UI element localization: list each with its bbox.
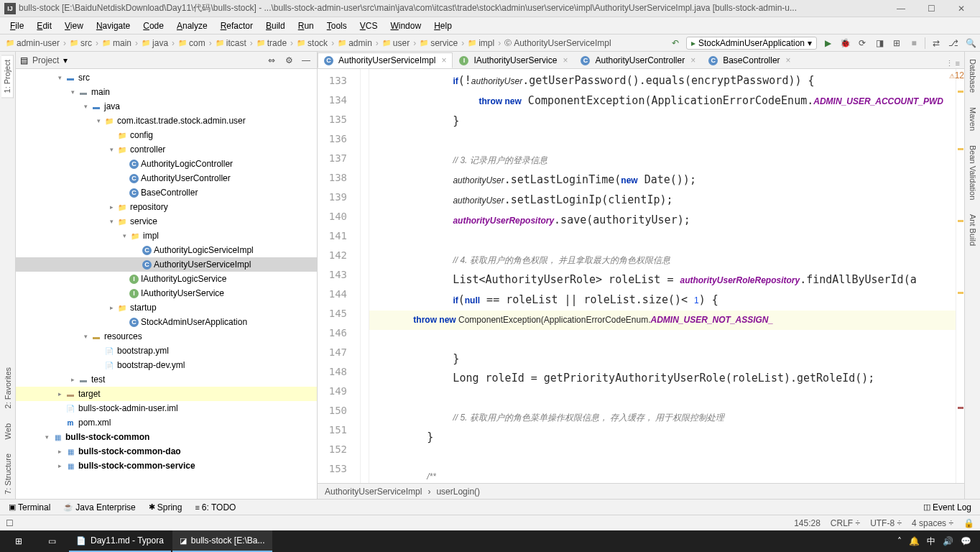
breadcrumb-item[interactable]: 📁trade xyxy=(254,38,290,48)
close-icon[interactable]: × xyxy=(563,55,568,65)
tree-node[interactable]: ▾📁impl xyxy=(16,229,317,243)
hide-icon[interactable]: — xyxy=(300,54,313,67)
breadcrumb-item[interactable]: 📁java xyxy=(139,38,171,48)
update-icon[interactable]: ⇄ xyxy=(930,37,943,50)
tree-node[interactable]: CAuthorityUserController xyxy=(16,171,317,185)
event-log-button[interactable]: ◫ Event Log xyxy=(917,501,977,514)
tool-todo[interactable]: ≡ 6: TODO xyxy=(189,501,241,514)
tool-ant-build[interactable]: Ant Build xyxy=(967,210,979,250)
file-encoding[interactable]: UTF-8 ÷ xyxy=(870,518,902,528)
menu-help[interactable]: Help xyxy=(428,19,458,32)
tree-node[interactable]: ▸📁startup xyxy=(16,300,317,315)
attach-icon[interactable]: ⊞ xyxy=(890,37,903,50)
error-stripe[interactable]: ⚠12 xyxy=(956,69,964,483)
tool-favorites[interactable]: 2: Favorites xyxy=(2,363,14,413)
tree-node[interactable]: ▾▬java xyxy=(16,99,317,114)
tabs-more-icon[interactable]: ⋮ ≡ xyxy=(941,59,964,68)
close-icon[interactable]: × xyxy=(441,55,446,65)
tree-node[interactable]: CAuthorityUserServiceImpl xyxy=(16,257,317,272)
status-icon[interactable]: ☐ xyxy=(6,518,14,528)
tree-node[interactable]: ▾▦bulls-stock-common xyxy=(16,430,317,444)
tool-terminal[interactable]: ▣ Terminal xyxy=(3,501,56,514)
menu-analyze[interactable]: Analyze xyxy=(171,19,213,32)
breadcrumb-item[interactable]: 📁stock xyxy=(294,38,330,48)
menu-code[interactable]: Code xyxy=(137,19,170,32)
menu-window[interactable]: Window xyxy=(384,19,427,32)
fold-gutter[interactable] xyxy=(361,69,369,483)
menu-build[interactable]: Build xyxy=(260,19,291,32)
editor-tab[interactable]: CAuthorityUserServiceImpl× xyxy=(318,52,453,68)
breadcrumb-item[interactable]: 📁itcast xyxy=(213,38,249,48)
editor-tab[interactable]: CAuthorityUserController× xyxy=(574,52,702,68)
breadcrumb-method[interactable]: userLogin() xyxy=(436,487,480,497)
cursor-position[interactable]: 145:28 xyxy=(794,518,820,528)
tree-node[interactable]: ▾▬resources xyxy=(16,329,317,344)
tree-node[interactable]: IIAuthorityUserService xyxy=(16,286,317,300)
breadcrumb-item[interactable]: 📁service xyxy=(417,38,461,48)
close-icon[interactable]: × xyxy=(690,55,695,65)
tree-node[interactable]: ▸▦bulls-stock-common-dao xyxy=(16,444,317,459)
tree-node[interactable]: 📄bootstrap.yml xyxy=(16,344,317,358)
close-icon[interactable]: × xyxy=(786,55,791,65)
tree-node[interactable]: CAuthorityLogicController xyxy=(16,157,317,171)
tree-node[interactable]: 📄bootstrap-dev.yml xyxy=(16,358,317,372)
taskbar-app-intellij[interactable]: ◪ bulls-stock [E:\Ba... xyxy=(172,530,272,552)
breadcrumb-item[interactable]: ⒸAuthorityUserServiceImpl xyxy=(501,38,614,48)
tool-java-enterprise[interactable]: ☕ Java Enterprise xyxy=(57,501,141,514)
nav-back-icon[interactable]: ↶ xyxy=(669,37,682,50)
tree-node[interactable]: ▾📁controller xyxy=(16,142,317,157)
code-editor[interactable]: if(!authorityUser.getUserPassword().equa… xyxy=(369,69,956,483)
start-button[interactable]: ⊞ xyxy=(3,530,34,552)
maximize-button[interactable]: ☐ xyxy=(917,1,946,16)
tree-node[interactable]: ▾📁service xyxy=(16,214,317,229)
tree-node[interactable]: ▾▬main xyxy=(16,85,317,99)
breadcrumb-item[interactable]: 📁src xyxy=(67,38,95,48)
tree-node[interactable]: ▸▬test xyxy=(16,372,317,387)
task-view-button[interactable]: ▭ xyxy=(36,530,68,552)
tray-notification-icon[interactable]: 🔔 xyxy=(909,536,920,546)
tool-web[interactable]: Web xyxy=(2,419,14,443)
tray-ime-icon[interactable]: 中 xyxy=(927,535,935,548)
tool-project[interactable]: 1: Project xyxy=(1,55,14,98)
breadcrumb-class[interactable]: AuthorityUserServiceImpl xyxy=(325,487,422,497)
menu-vcs[interactable]: VCS xyxy=(354,19,384,32)
menu-tools[interactable]: Tools xyxy=(321,19,353,32)
menu-run[interactable]: Run xyxy=(292,19,320,32)
tree-node[interactable]: ▾📁com.itcast.trade.stock.admin.user xyxy=(16,114,317,128)
tree-node[interactable]: IIAuthorityLogicService xyxy=(16,272,317,286)
menu-file[interactable]: File xyxy=(4,19,29,32)
debug-button[interactable]: 🐞 xyxy=(838,37,851,50)
tool-spring[interactable]: ✱ Spring xyxy=(143,501,188,514)
menu-refactor[interactable]: Refactor xyxy=(215,19,259,32)
taskbar-app-typora[interactable]: 📄 Day11.md - Typora xyxy=(69,530,171,552)
tree-node[interactable]: 📄bulls-stock-admin-user.iml xyxy=(16,401,317,415)
tray-action-center-icon[interactable]: 💬 xyxy=(961,536,971,546)
tray-chevron-icon[interactable]: ˄ xyxy=(897,536,902,546)
menu-navigate[interactable]: Navigate xyxy=(91,19,136,32)
breadcrumb-item[interactable]: 📁admin xyxy=(335,38,375,48)
tree-node[interactable]: CStockAdminUserApplication xyxy=(16,315,317,329)
profile-icon[interactable]: ◨ xyxy=(873,37,886,50)
tree-node[interactable]: ▸▬target xyxy=(16,387,317,401)
lock-icon[interactable]: 🔒 xyxy=(963,518,974,528)
tree-node[interactable]: CBaseController xyxy=(16,185,317,200)
problems-badge[interactable]: ⚠12 xyxy=(949,70,964,80)
tree-node[interactable]: ▸📁repository xyxy=(16,200,317,214)
run-coverage-icon[interactable]: ⟳ xyxy=(856,37,869,50)
tree-node[interactable]: 📁config xyxy=(16,128,317,142)
tree-node[interactable]: mpom.xml xyxy=(16,415,317,430)
search-icon[interactable]: 🔍 xyxy=(964,37,977,50)
tree-node[interactable]: CAuthorityLogicServiceImpl xyxy=(16,243,317,257)
chevron-down-icon[interactable]: ▾ xyxy=(63,55,68,65)
editor-tab[interactable]: IIAuthorityUserService× xyxy=(453,52,574,68)
collapse-icon[interactable]: ⇔ xyxy=(265,54,278,67)
indent-setting[interactable]: 4 spaces ÷ xyxy=(912,518,953,528)
breadcrumb-item[interactable]: 📁main xyxy=(99,38,134,48)
stop-button[interactable]: ■ xyxy=(907,37,920,50)
menu-edit[interactable]: Edit xyxy=(31,19,57,32)
run-configuration-selector[interactable]: ▸ StockAdminUserApplication ▾ xyxy=(686,37,817,50)
editor-tab[interactable]: CBaseController× xyxy=(702,52,797,68)
tray-volume-icon[interactable]: 🔊 xyxy=(943,536,953,546)
minimize-button[interactable]: — xyxy=(887,1,915,16)
breadcrumb-item[interactable]: 📁user xyxy=(379,38,412,48)
